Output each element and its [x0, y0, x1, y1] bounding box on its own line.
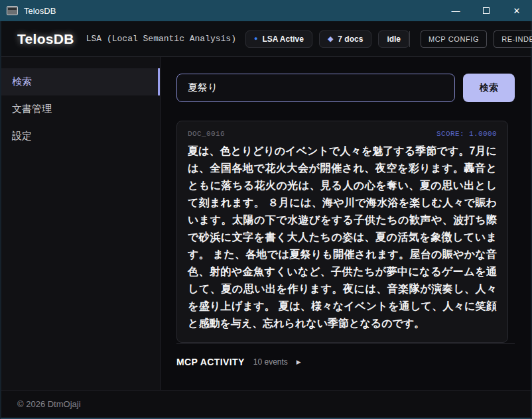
app-subtitle: LSA (Local Semantic Analysis) [86, 34, 236, 44]
copyright-text: © 2026 DtmOjaji [17, 399, 81, 409]
window-title: TelosDB [24, 6, 56, 16]
header-divider [409, 31, 410, 47]
os-titlebar: TelosDB — ✕ [0, 0, 532, 21]
result-card: DOC_0016 SCORE: 1.0000 夏は、色とりどりのイベントで人々を… [176, 121, 508, 343]
search-results: DOC_0016 SCORE: 1.0000 夏は、色とりどりのイベントで人々を… [176, 121, 515, 343]
docs-count-badge: ◆ 7 docs [319, 30, 371, 48]
status-badges: ● LSA Active ◆ 7 docs idle [245, 30, 409, 48]
active-indicator-bar [158, 68, 160, 95]
maximize-icon [483, 7, 490, 14]
mcp-activity-toggle[interactable]: MCP ACTIVITY 10 events ▶ [176, 343, 515, 374]
close-button[interactable]: ✕ [501, 0, 532, 21]
expand-arrow-icon: ▶ [297, 359, 301, 365]
idle-status-label: idle [387, 34, 401, 44]
sidebar-item-label: 文書管理 [12, 103, 52, 114]
sidebar-item-label: 設定 [12, 130, 32, 141]
lsa-status-badge: ● LSA Active [245, 30, 312, 48]
status-dot-icon: ● [254, 36, 257, 42]
search-button[interactable]: 検索 [463, 74, 515, 102]
result-card-header: DOC_0016 SCORE: 1.0000 [188, 130, 497, 138]
reindex-button[interactable]: RE-INDEX [494, 30, 532, 48]
header-actions: MCP CONFIG RE-INDEX [409, 30, 532, 48]
app-window: TelosDB — ✕ TelosDB LSA (Local Semantic … [0, 0, 532, 419]
search-input[interactable] [176, 74, 455, 102]
idle-status-badge: idle [378, 30, 409, 48]
sidebar-item-search[interactable]: 検索 [1, 68, 160, 95]
score-label: SCORE: 1.0000 [436, 130, 497, 138]
minimize-button[interactable]: — [440, 0, 471, 21]
sidebar-item-label: 検索 [12, 76, 32, 87]
diamond-icon: ◆ [328, 35, 333, 42]
mcp-config-button[interactable]: MCP CONFIG [421, 30, 487, 48]
app-icon [7, 6, 18, 15]
app-footer: © 2026 DtmOjaji [1, 390, 531, 418]
maximize-button[interactable] [471, 0, 501, 21]
result-body-text: 夏は、色とりどりのイベントで人々を魅了する季節です。7月には、全国各地で花火大会… [188, 143, 497, 332]
main-panel: 検索 DOC_0016 SCORE: 1.0000 夏は、色とりどりのイベントで… [161, 57, 531, 390]
app-logo: TelosDB [17, 31, 74, 47]
app-frame: TelosDB LSA (Local Semantic Analysis) ● … [0, 21, 532, 419]
lsa-status-label: LSA Active [262, 34, 303, 44]
search-row: 検索 [176, 74, 515, 102]
app-header: TelosDB LSA (Local Semantic Analysis) ● … [1, 21, 531, 57]
mcp-events-count: 10 events [253, 357, 288, 367]
sidebar: 検索 文書管理 設定 [1, 57, 161, 390]
doc-id-label: DOC_0016 [188, 130, 225, 138]
window-controls: — ✕ [440, 0, 532, 21]
sidebar-item-settings[interactable]: 設定 [1, 123, 160, 150]
app-body: 検索 文書管理 設定 検索 D [1, 57, 531, 390]
sidebar-item-documents[interactable]: 文書管理 [1, 95, 160, 123]
mcp-activity-title: MCP ACTIVITY [176, 357, 245, 367]
docs-count-label: 7 docs [338, 34, 363, 44]
